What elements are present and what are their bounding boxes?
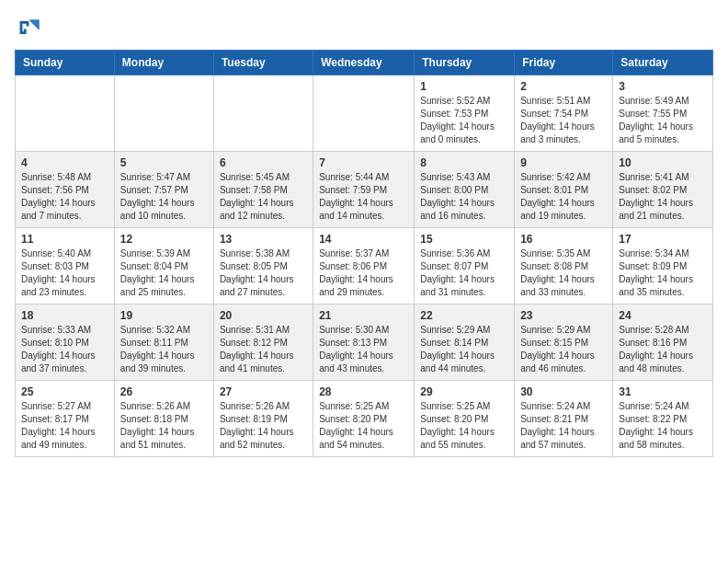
day-header-thursday: Thursday bbox=[415, 51, 515, 75]
day-header-wednesday: Wednesday bbox=[313, 51, 415, 75]
calendar-week-1: 1Sunrise: 5:52 AM Sunset: 7:53 PM Daylig… bbox=[16, 75, 713, 152]
day-info: Sunrise: 5:25 AM Sunset: 8:20 PM Dayligh… bbox=[319, 400, 408, 452]
day-info: Sunrise: 5:33 AM Sunset: 8:10 PM Dayligh… bbox=[21, 324, 108, 375]
day-number: 18 bbox=[21, 309, 108, 322]
calendar-cell: 4Sunrise: 5:48 AM Sunset: 7:56 PM Daylig… bbox=[16, 152, 115, 228]
calendar-cell: 23Sunrise: 5:29 AM Sunset: 8:15 PM Dayli… bbox=[515, 304, 613, 381]
day-number: 2 bbox=[520, 80, 607, 93]
day-info: Sunrise: 5:36 AM Sunset: 8:07 PM Dayligh… bbox=[420, 247, 508, 299]
calendar-cell: 27Sunrise: 5:26 AM Sunset: 8:19 PM Dayli… bbox=[213, 381, 313, 457]
day-number: 9 bbox=[520, 156, 607, 169]
calendar-week-2: 4Sunrise: 5:48 AM Sunset: 7:56 PM Daylig… bbox=[16, 152, 713, 228]
day-number: 23 bbox=[520, 309, 607, 322]
calendar-week-3: 11Sunrise: 5:40 AM Sunset: 8:03 PM Dayli… bbox=[16, 228, 713, 304]
calendar-cell: 1Sunrise: 5:52 AM Sunset: 7:53 PM Daylig… bbox=[415, 75, 515, 152]
calendar-cell: 15Sunrise: 5:36 AM Sunset: 8:07 PM Dayli… bbox=[415, 228, 515, 304]
day-info: Sunrise: 5:27 AM Sunset: 8:17 PM Dayligh… bbox=[21, 400, 108, 452]
calendar-cell: 19Sunrise: 5:32 AM Sunset: 8:11 PM Dayli… bbox=[114, 304, 213, 381]
day-number: 12 bbox=[120, 233, 208, 246]
calendar-week-4: 18Sunrise: 5:33 AM Sunset: 8:10 PM Dayli… bbox=[16, 304, 713, 381]
day-number: 24 bbox=[619, 309, 707, 322]
day-info: Sunrise: 5:35 AM Sunset: 8:08 PM Dayligh… bbox=[520, 247, 607, 299]
day-number: 4 bbox=[21, 156, 108, 169]
day-number: 15 bbox=[420, 233, 508, 246]
calendar: SundayMondayTuesdayWednesdayThursdayFrid… bbox=[15, 50, 713, 457]
day-number: 27 bbox=[220, 385, 307, 398]
day-header-sunday: Sunday bbox=[16, 51, 115, 75]
calendar-cell: 9Sunrise: 5:42 AM Sunset: 8:01 PM Daylig… bbox=[515, 152, 613, 228]
day-info: Sunrise: 5:37 AM Sunset: 8:06 PM Dayligh… bbox=[319, 247, 408, 299]
day-info: Sunrise: 5:43 AM Sunset: 8:00 PM Dayligh… bbox=[420, 171, 508, 223]
calendar-cell bbox=[213, 75, 313, 152]
calendar-cell: 8Sunrise: 5:43 AM Sunset: 8:00 PM Daylig… bbox=[415, 152, 515, 228]
calendar-cell: 22Sunrise: 5:29 AM Sunset: 8:14 PM Dayli… bbox=[415, 304, 515, 381]
logo bbox=[15, 15, 44, 40]
day-info: Sunrise: 5:47 AM Sunset: 7:57 PM Dayligh… bbox=[120, 171, 208, 223]
day-number: 14 bbox=[319, 233, 408, 246]
calendar-cell: 16Sunrise: 5:35 AM Sunset: 8:08 PM Dayli… bbox=[515, 228, 613, 304]
day-info: Sunrise: 5:32 AM Sunset: 8:11 PM Dayligh… bbox=[120, 324, 208, 375]
calendar-cell: 7Sunrise: 5:44 AM Sunset: 7:59 PM Daylig… bbox=[313, 152, 415, 228]
calendar-cell bbox=[16, 75, 115, 152]
calendar-cell: 18Sunrise: 5:33 AM Sunset: 8:10 PM Dayli… bbox=[16, 304, 115, 381]
calendar-cell: 5Sunrise: 5:47 AM Sunset: 7:57 PM Daylig… bbox=[114, 152, 213, 228]
calendar-cell: 28Sunrise: 5:25 AM Sunset: 8:20 PM Dayli… bbox=[313, 381, 415, 457]
day-number: 1 bbox=[420, 80, 508, 93]
day-info: Sunrise: 5:41 AM Sunset: 8:02 PM Dayligh… bbox=[619, 171, 707, 223]
calendar-cell: 21Sunrise: 5:30 AM Sunset: 8:13 PM Dayli… bbox=[313, 304, 415, 381]
day-info: Sunrise: 5:24 AM Sunset: 8:21 PM Dayligh… bbox=[520, 400, 607, 452]
day-info: Sunrise: 5:45 AM Sunset: 7:58 PM Dayligh… bbox=[220, 171, 307, 223]
day-info: Sunrise: 5:25 AM Sunset: 8:20 PM Dayligh… bbox=[420, 400, 508, 452]
day-info: Sunrise: 5:39 AM Sunset: 8:04 PM Dayligh… bbox=[120, 247, 208, 299]
calendar-cell: 24Sunrise: 5:28 AM Sunset: 8:16 PM Dayli… bbox=[613, 304, 713, 381]
day-info: Sunrise: 5:29 AM Sunset: 8:15 PM Dayligh… bbox=[520, 324, 607, 375]
day-number: 10 bbox=[619, 156, 707, 169]
calendar-cell: 25Sunrise: 5:27 AM Sunset: 8:17 PM Dayli… bbox=[16, 381, 115, 457]
calendar-header-row: SundayMondayTuesdayWednesdayThursdayFrid… bbox=[16, 51, 713, 75]
calendar-cell bbox=[114, 75, 213, 152]
day-number: 29 bbox=[420, 385, 508, 398]
day-number: 28 bbox=[319, 385, 408, 398]
day-number: 11 bbox=[21, 233, 108, 246]
day-number: 17 bbox=[619, 233, 707, 246]
day-info: Sunrise: 5:34 AM Sunset: 8:09 PM Dayligh… bbox=[619, 247, 707, 299]
day-info: Sunrise: 5:49 AM Sunset: 7:55 PM Dayligh… bbox=[619, 95, 707, 146]
calendar-cell: 29Sunrise: 5:25 AM Sunset: 8:20 PM Dayli… bbox=[415, 381, 515, 457]
day-number: 20 bbox=[220, 309, 307, 322]
day-header-monday: Monday bbox=[114, 51, 213, 75]
day-number: 26 bbox=[120, 385, 208, 398]
calendar-cell: 2Sunrise: 5:51 AM Sunset: 7:54 PM Daylig… bbox=[515, 75, 613, 152]
day-number: 7 bbox=[319, 156, 408, 169]
day-number: 22 bbox=[420, 309, 508, 322]
day-number: 19 bbox=[120, 309, 208, 322]
day-info: Sunrise: 5:26 AM Sunset: 8:18 PM Dayligh… bbox=[120, 400, 208, 452]
day-number: 3 bbox=[619, 80, 707, 93]
day-info: Sunrise: 5:24 AM Sunset: 8:22 PM Dayligh… bbox=[619, 400, 707, 452]
day-info: Sunrise: 5:51 AM Sunset: 7:54 PM Dayligh… bbox=[520, 95, 607, 146]
calendar-cell: 12Sunrise: 5:39 AM Sunset: 8:04 PM Dayli… bbox=[114, 228, 213, 304]
day-number: 5 bbox=[120, 156, 208, 169]
day-info: Sunrise: 5:52 AM Sunset: 7:53 PM Dayligh… bbox=[420, 95, 508, 146]
calendar-cell: 11Sunrise: 5:40 AM Sunset: 8:03 PM Dayli… bbox=[16, 228, 115, 304]
day-number: 8 bbox=[420, 156, 508, 169]
calendar-week-5: 25Sunrise: 5:27 AM Sunset: 8:17 PM Dayli… bbox=[16, 381, 713, 457]
logo-icon bbox=[15, 15, 40, 40]
day-info: Sunrise: 5:31 AM Sunset: 8:12 PM Dayligh… bbox=[220, 324, 307, 375]
day-number: 13 bbox=[220, 233, 307, 246]
day-info: Sunrise: 5:26 AM Sunset: 8:19 PM Dayligh… bbox=[220, 400, 307, 452]
day-info: Sunrise: 5:40 AM Sunset: 8:03 PM Dayligh… bbox=[21, 247, 108, 299]
day-header-friday: Friday bbox=[515, 51, 613, 75]
day-number: 25 bbox=[21, 385, 108, 398]
day-number: 6 bbox=[220, 156, 307, 169]
calendar-cell bbox=[313, 75, 415, 152]
day-info: Sunrise: 5:38 AM Sunset: 8:05 PM Dayligh… bbox=[220, 247, 307, 299]
calendar-cell: 31Sunrise: 5:24 AM Sunset: 8:22 PM Dayli… bbox=[613, 381, 713, 457]
day-number: 21 bbox=[319, 309, 408, 322]
calendar-cell: 6Sunrise: 5:45 AM Sunset: 7:58 PM Daylig… bbox=[213, 152, 313, 228]
calendar-cell: 13Sunrise: 5:38 AM Sunset: 8:05 PM Dayli… bbox=[213, 228, 313, 304]
day-info: Sunrise: 5:30 AM Sunset: 8:13 PM Dayligh… bbox=[319, 324, 408, 375]
calendar-cell: 3Sunrise: 5:49 AM Sunset: 7:55 PM Daylig… bbox=[613, 75, 713, 152]
calendar-cell: 10Sunrise: 5:41 AM Sunset: 8:02 PM Dayli… bbox=[613, 152, 713, 228]
calendar-cell: 14Sunrise: 5:37 AM Sunset: 8:06 PM Dayli… bbox=[313, 228, 415, 304]
day-number: 16 bbox=[520, 233, 607, 246]
